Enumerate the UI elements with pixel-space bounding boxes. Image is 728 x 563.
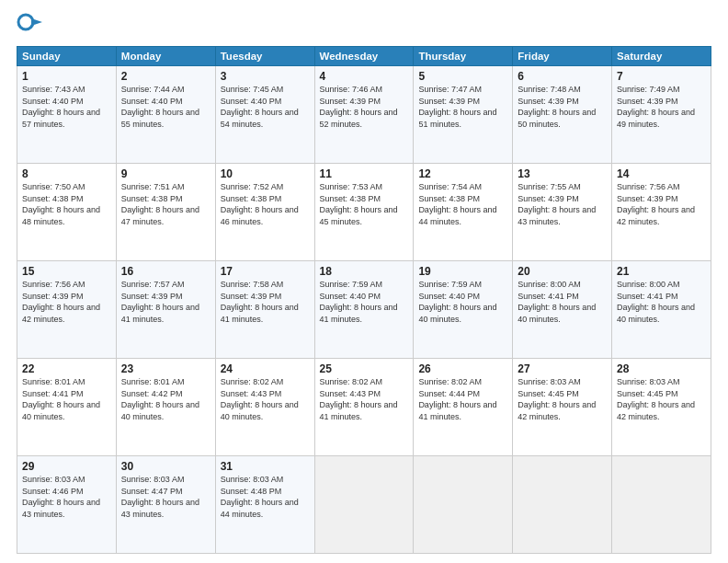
day-cell-5: 5 Sunrise: 7:47 AM Sunset: 4:39 PM Dayli… [414,66,513,164]
empty-cell [612,456,711,554]
logo-icon [17,13,42,39]
logo [17,13,46,39]
day-number: 5 [418,70,507,83]
day-number: 2 [121,70,210,83]
day-number: 13 [518,167,607,180]
calendar-week-2: 8 Sunrise: 7:50 AM Sunset: 4:38 PM Dayli… [17,164,711,261]
dow-header-saturday: Saturday [612,47,711,66]
day-cell-20: 20 Sunrise: 8:00 AM Sunset: 4:41 PM Dayl… [513,261,612,359]
day-info: Sunrise: 8:03 AM Sunset: 4:46 PM Dayligh… [22,474,111,520]
day-number: 29 [22,460,111,473]
day-cell-13: 13 Sunrise: 7:55 AM Sunset: 4:39 PM Dayl… [513,164,612,261]
day-cell-7: 7 Sunrise: 7:49 AM Sunset: 4:39 PM Dayli… [612,66,711,164]
dow-header-tuesday: Tuesday [215,47,314,66]
day-cell-1: 1 Sunrise: 7:43 AM Sunset: 4:40 PM Dayli… [17,66,117,164]
day-cell-16: 16 Sunrise: 7:57 AM Sunset: 4:39 PM Dayl… [116,261,215,359]
day-cell-26: 26 Sunrise: 8:02 AM Sunset: 4:44 PM Dayl… [414,359,513,456]
day-info: Sunrise: 8:00 AM Sunset: 4:41 PM Dayligh… [617,279,706,325]
header [17,13,711,39]
day-info: Sunrise: 7:48 AM Sunset: 4:39 PM Dayligh… [518,84,607,130]
calendar-week-4: 22 Sunrise: 8:01 AM Sunset: 4:41 PM Dayl… [17,359,711,456]
day-info: Sunrise: 7:50 AM Sunset: 4:38 PM Dayligh… [22,181,111,227]
day-number: 10 [221,167,310,180]
day-number: 4 [320,70,409,83]
day-number: 25 [320,362,409,375]
day-number: 28 [617,362,706,375]
dow-header-sunday: Sunday [17,47,117,66]
day-number: 7 [617,70,706,83]
day-info: Sunrise: 7:52 AM Sunset: 4:38 PM Dayligh… [221,181,310,227]
day-info: Sunrise: 8:00 AM Sunset: 4:41 PM Dayligh… [518,279,607,325]
day-number: 16 [121,265,210,278]
dow-header-friday: Friday [513,47,612,66]
day-info: Sunrise: 7:53 AM Sunset: 4:38 PM Dayligh… [320,181,409,227]
day-info: Sunrise: 7:54 AM Sunset: 4:38 PM Dayligh… [418,181,507,227]
day-info: Sunrise: 7:44 AM Sunset: 4:40 PM Dayligh… [121,84,210,130]
day-number: 14 [617,167,706,180]
day-number: 12 [418,167,507,180]
day-cell-12: 12 Sunrise: 7:54 AM Sunset: 4:38 PM Dayl… [414,164,513,261]
day-number: 26 [418,362,507,375]
day-number: 3 [221,70,310,83]
empty-cell [414,456,513,554]
day-info: Sunrise: 7:51 AM Sunset: 4:38 PM Dayligh… [121,181,210,227]
day-number: 30 [121,460,210,473]
day-info: Sunrise: 7:57 AM Sunset: 4:39 PM Dayligh… [121,279,210,325]
day-number: 8 [22,167,111,180]
page: SundayMondayTuesdayWednesdayThursdayFrid… [0,0,728,563]
day-cell-24: 24 Sunrise: 8:02 AM Sunset: 4:43 PM Dayl… [215,359,314,456]
day-info: Sunrise: 8:03 AM Sunset: 4:45 PM Dayligh… [617,376,706,422]
day-cell-8: 8 Sunrise: 7:50 AM Sunset: 4:38 PM Dayli… [17,164,117,261]
day-cell-3: 3 Sunrise: 7:45 AM Sunset: 4:40 PM Dayli… [215,66,314,164]
day-number: 6 [518,70,607,83]
day-info: Sunrise: 7:47 AM Sunset: 4:39 PM Dayligh… [418,84,507,130]
day-number: 22 [22,362,111,375]
day-cell-2: 2 Sunrise: 7:44 AM Sunset: 4:40 PM Dayli… [116,66,215,164]
day-number: 31 [221,460,310,473]
day-info: Sunrise: 7:45 AM Sunset: 4:40 PM Dayligh… [221,84,310,130]
day-of-week-header-row: SundayMondayTuesdayWednesdayThursdayFrid… [17,47,711,66]
day-number: 20 [518,265,607,278]
calendar-week-1: 1 Sunrise: 7:43 AM Sunset: 4:40 PM Dayli… [17,66,711,164]
dow-header-thursday: Thursday [414,47,513,66]
dow-header-monday: Monday [116,47,215,66]
day-info: Sunrise: 8:01 AM Sunset: 4:41 PM Dayligh… [22,376,111,422]
day-info: Sunrise: 7:59 AM Sunset: 4:40 PM Dayligh… [320,279,409,325]
calendar-week-3: 15 Sunrise: 7:56 AM Sunset: 4:39 PM Dayl… [17,261,711,359]
calendar-table: SundayMondayTuesdayWednesdayThursdayFrid… [17,46,711,554]
day-cell-18: 18 Sunrise: 7:59 AM Sunset: 4:40 PM Dayl… [314,261,414,359]
day-number: 23 [121,362,210,375]
day-info: Sunrise: 7:59 AM Sunset: 4:40 PM Dayligh… [418,279,507,325]
day-info: Sunrise: 7:46 AM Sunset: 4:39 PM Dayligh… [320,84,409,130]
svg-marker-1 [31,18,42,26]
empty-cell [314,456,414,554]
day-number: 17 [221,265,310,278]
day-cell-30: 30 Sunrise: 8:03 AM Sunset: 4:47 PM Dayl… [116,456,215,554]
day-cell-29: 29 Sunrise: 8:03 AM Sunset: 4:46 PM Dayl… [17,456,117,554]
day-number: 19 [418,265,507,278]
day-number: 18 [320,265,409,278]
day-cell-15: 15 Sunrise: 7:56 AM Sunset: 4:39 PM Dayl… [17,261,117,359]
day-cell-22: 22 Sunrise: 8:01 AM Sunset: 4:41 PM Dayl… [17,359,117,456]
day-cell-11: 11 Sunrise: 7:53 AM Sunset: 4:38 PM Dayl… [314,164,414,261]
day-number: 11 [320,167,409,180]
day-cell-10: 10 Sunrise: 7:52 AM Sunset: 4:38 PM Dayl… [215,164,314,261]
day-cell-17: 17 Sunrise: 7:58 AM Sunset: 4:39 PM Dayl… [215,261,314,359]
day-info: Sunrise: 8:02 AM Sunset: 4:43 PM Dayligh… [221,376,310,422]
day-number: 27 [518,362,607,375]
day-info: Sunrise: 8:02 AM Sunset: 4:43 PM Dayligh… [320,376,409,422]
day-cell-9: 9 Sunrise: 7:51 AM Sunset: 4:38 PM Dayli… [116,164,215,261]
day-number: 1 [22,70,111,83]
day-number: 15 [22,265,111,278]
day-info: Sunrise: 7:43 AM Sunset: 4:40 PM Dayligh… [22,84,111,130]
dow-header-wednesday: Wednesday [314,47,414,66]
day-cell-28: 28 Sunrise: 8:03 AM Sunset: 4:45 PM Dayl… [612,359,711,456]
day-info: Sunrise: 8:03 AM Sunset: 4:45 PM Dayligh… [518,376,607,422]
day-info: Sunrise: 8:03 AM Sunset: 4:47 PM Dayligh… [121,474,210,520]
calendar-week-5: 29 Sunrise: 8:03 AM Sunset: 4:46 PM Dayl… [17,456,711,554]
day-cell-14: 14 Sunrise: 7:56 AM Sunset: 4:39 PM Dayl… [612,164,711,261]
day-number: 21 [617,265,706,278]
day-cell-31: 31 Sunrise: 8:03 AM Sunset: 4:48 PM Dayl… [215,456,314,554]
day-info: Sunrise: 7:49 AM Sunset: 4:39 PM Dayligh… [617,84,706,130]
day-info: Sunrise: 8:02 AM Sunset: 4:44 PM Dayligh… [418,376,507,422]
